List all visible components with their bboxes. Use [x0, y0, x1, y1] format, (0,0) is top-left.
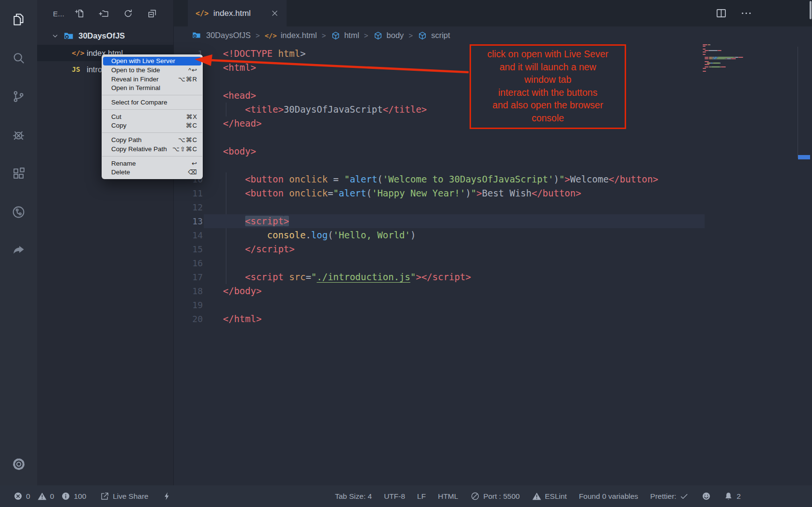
menu-item-shortcut: ⌫ [188, 169, 197, 176]
status-item-lightning-icon[interactable] [162, 491, 172, 501]
code-line-18[interactable]: 18</body> [174, 284, 812, 298]
status-item-found-0-variables[interactable]: Found 0 variables [579, 492, 638, 501]
smiley-icon [701, 491, 711, 501]
explorer-header: E... [37, 0, 173, 27]
status-item-html[interactable]: HTML [438, 492, 458, 501]
code-line-9[interactable]: 9 [174, 158, 812, 172]
status-item-lf[interactable]: LF [417, 492, 426, 501]
menu-item-copy-path[interactable]: Copy Path⌥⌘C [103, 135, 201, 144]
status-item-label: 100 [74, 492, 86, 501]
breadcrumb-item-30daysofjs[interactable]: 30DaysOfJS [192, 30, 251, 41]
code-line-20[interactable]: 20</html> [174, 312, 812, 326]
tab-index-html[interactable]: </> index.html [188, 0, 287, 26]
menu-item-open-to-the-side[interactable]: Open to the Side^↩ [103, 65, 201, 75]
new-folder-icon[interactable] [99, 8, 109, 19]
share-icon[interactable] [0, 231, 37, 270]
menu-item-reveal-in-finder[interactable]: Reveal in Finder⌥⌘R [103, 75, 201, 84]
breadcrumb-separator: > [364, 31, 368, 39]
explorer-icon[interactable] [0, 0, 37, 39]
annotation-box: click on open with Live Severand it will… [470, 44, 626, 129]
line-content [203, 75, 223, 89]
run-debug-icon[interactable] [0, 116, 37, 154]
breadcrumb-item-html[interactable]: html [331, 31, 359, 40]
line-content: <script src="./introduction.js"></script… [203, 270, 471, 284]
menu-item-shortcut: ⌥⌘C [178, 136, 197, 143]
status-item-smiley-icon[interactable] [701, 491, 711, 501]
code-icon: </> [264, 32, 276, 39]
status-item-0[interactable]: 0 [13, 491, 30, 501]
explorer-title: E... [53, 10, 65, 18]
menu-item-open-in-terminal[interactable]: Open in Terminal [103, 84, 201, 93]
new-file-icon[interactable] [75, 8, 85, 19]
extensions-icon[interactable] [0, 154, 37, 193]
vscode-window: E... 30DaysOfJS </>index.htmlJSintroduct… [0, 0, 812, 507]
code-line-15[interactable]: 15 </script> [174, 242, 812, 256]
breadcrumb-item-script[interactable]: script [418, 31, 450, 40]
code-line-12[interactable]: 12 [174, 200, 812, 214]
folder-icon [63, 30, 74, 41]
menu-item-cut[interactable]: Cut⌘X [103, 112, 201, 121]
status-item-label: LF [417, 492, 426, 501]
status-item-tab-size-4[interactable]: Tab Size: 4 [335, 492, 372, 501]
menu-item-select-for-compare[interactable]: Select for Compare [103, 98, 201, 107]
code-line-10[interactable]: 10 <button onclick = "alert('Welcome to … [174, 172, 812, 186]
status-item-utf-8[interactable]: UTF-8 [384, 492, 405, 501]
status-item-label: 0 [26, 492, 30, 501]
menu-separator [102, 132, 202, 133]
folder-row-30daysofjs[interactable]: 30DaysOfJS [37, 27, 173, 45]
activity-bar [0, 0, 37, 485]
chevron-down-icon [51, 31, 60, 40]
line-content [203, 298, 223, 312]
breadcrumb-label: body [387, 31, 404, 40]
breadcrumb-separator: > [322, 31, 326, 39]
menu-item-open-with-live-server[interactable]: Open with Live Server [103, 57, 201, 66]
menu-item-rename[interactable]: Rename↩ [103, 159, 201, 168]
code-line-13[interactable]: 13 <script> [174, 214, 812, 228]
code-line-19[interactable]: 19 [174, 298, 812, 312]
refresh-icon[interactable] [123, 8, 133, 19]
status-bar: 00100Live Share Tab Size: 4UTF-8LFHTMLPo… [0, 485, 812, 507]
code-line-14[interactable]: 14 console.log('Hello, World') [174, 228, 812, 242]
line-content: </html> [203, 312, 262, 326]
line-number: 15 [174, 242, 203, 256]
more-actions-icon[interactable] [740, 7, 752, 19]
menu-item-delete[interactable]: Delete⌫ [103, 168, 201, 177]
scrollbar-thumb[interactable] [810, 1, 812, 19]
status-item-live-share[interactable]: Live Share [100, 491, 148, 501]
line-content [203, 200, 223, 214]
annotation-text-line: and also open the browser [473, 99, 623, 112]
menu-separator [102, 109, 202, 110]
line-content: <script> [203, 214, 289, 228]
line-content [203, 256, 223, 270]
breadcrumb-item-index-html[interactable]: </>index.html [264, 31, 317, 40]
settings-gear-icon[interactable] [0, 455, 37, 474]
close-tab-icon[interactable] [270, 9, 279, 18]
code-line-17[interactable]: 17 <script src="./introduction.js"></scr… [174, 270, 812, 284]
status-item-port-5500[interactable]: Port : 5500 [470, 491, 520, 501]
code-line-16[interactable]: 16 [174, 256, 812, 270]
menu-item-label: Select for Compare [111, 99, 167, 106]
collapse-folders-icon[interactable] [147, 8, 157, 19]
editor-actions [715, 0, 752, 26]
menu-separator [102, 156, 202, 156]
line-content: <body> [203, 144, 256, 158]
source-control-icon[interactable] [0, 77, 37, 116]
search-icon[interactable] [0, 39, 37, 77]
cube-icon [418, 31, 427, 40]
status-item-0[interactable]: 0 [37, 491, 54, 501]
split-editor-icon[interactable] [715, 7, 727, 19]
status-item-eslint[interactable]: ESLint [532, 491, 567, 501]
code-line-7[interactable]: 7 [174, 130, 812, 144]
menu-item-copy[interactable]: Copy⌘C [103, 121, 201, 130]
code-line-8[interactable]: 8<body> [174, 144, 812, 158]
info-icon [61, 491, 71, 501]
status-item-label: Tab Size: 4 [335, 492, 372, 501]
status-item-2[interactable]: 2 [723, 491, 741, 501]
status-item-100[interactable]: 100 [61, 491, 86, 501]
menu-item-copy-relative-path[interactable]: Copy Relative Path⌥⇧⌘C [103, 144, 201, 154]
live-share-icon[interactable] [0, 193, 37, 231]
status-item-prettier[interactable]: Prettier: [650, 491, 689, 501]
breadcrumb-separator: > [408, 31, 413, 39]
code-line-11[interactable]: 11 <button onclick="alert('Happy New Yea… [174, 186, 812, 200]
breadcrumb-item-body[interactable]: body [373, 31, 404, 40]
